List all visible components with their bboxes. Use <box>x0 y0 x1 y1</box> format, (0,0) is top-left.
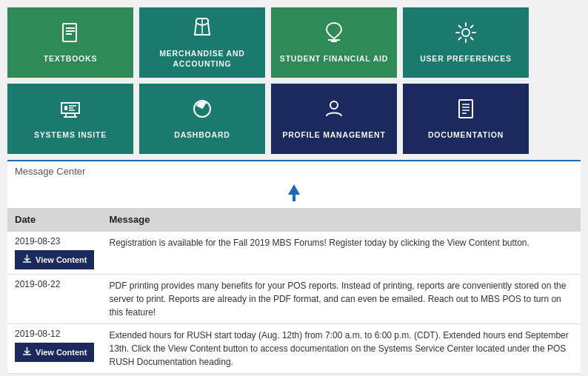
tile-user-preferences[interactable]: USER PREFERENCES <box>403 7 529 78</box>
scroll-up-arrow[interactable] <box>7 181 581 208</box>
financial-aid-label: STUDENT FINANCIAL AID <box>280 54 388 64</box>
date-cell: 2019-08-22 <box>7 274 101 323</box>
message-cell-1: Registration is available for the Fall 2… <box>101 232 581 275</box>
merchandise-icon <box>190 16 214 43</box>
view-content-label-2: View Content <box>36 348 87 357</box>
message-column-header: Message <box>101 208 581 232</box>
tiles-section: TEXTBOOKS MERCHANDISE ANDACCOUNTING <box>0 0 588 154</box>
dashboard-icon <box>190 97 214 124</box>
view-content-button-1[interactable]: View Content <box>15 250 94 269</box>
date-value: 2019-08-23 <box>15 236 94 246</box>
dashboard-label: DASHBOARD <box>174 130 230 141</box>
date-value: 2019-08-12 <box>15 329 94 339</box>
tile-dashboard[interactable]: DASHBOARD <box>139 84 265 154</box>
view-content-label-1: View Content <box>36 255 87 264</box>
systems-insite-icon <box>59 97 82 124</box>
svg-rect-14 <box>293 194 295 201</box>
tile-documentation[interactable]: DOCUMENTATION <box>403 84 529 154</box>
date-column-header: Date <box>7 208 101 232</box>
user-prefs-label: USER PREFERENCES <box>420 54 512 64</box>
profile-mgmt-icon <box>322 97 346 124</box>
table-row: 2019-08-22 PDF printing provides many be… <box>7 274 581 323</box>
tiles-row-1: TEXTBOOKS MERCHANDISE ANDACCOUNTING <box>7 7 581 78</box>
message-section: Message Center Date Message 2019-08-23 <box>7 160 581 374</box>
message-cell-2: PDF printing provides many benefits for … <box>101 274 581 323</box>
tile-profile-management[interactable]: PROFILE MANAGEMENT <box>271 84 397 154</box>
tiles-row-2: SYSTEMS INSITE DASHBOARD <box>7 84 581 154</box>
tile-systems-insite[interactable]: SYSTEMS INSITE <box>7 84 133 154</box>
tile-merchandise-accounting[interactable]: MERCHANDISE ANDACCOUNTING <box>139 7 265 78</box>
profile-mgmt-label: PROFILE MANAGEMENT <box>282 130 385 141</box>
download-icon-1 <box>22 254 32 266</box>
date-cell: 2019-08-23 View Content <box>7 232 101 275</box>
date-cell: 2019-08-12 View Content <box>7 323 101 373</box>
svg-point-5 <box>462 29 470 36</box>
app-wrapper: TEXTBOOKS MERCHANDISE ANDACCOUNTING <box>0 0 588 376</box>
tile-student-financial-aid[interactable]: STUDENT FINANCIAL AID <box>271 7 397 78</box>
message-table: Date Message 2019-08-23 <box>7 208 581 374</box>
textbooks-label: TEXTBOOKS <box>44 54 98 64</box>
table-header-row: Date Message <box>7 208 581 232</box>
table-row: 2019-08-23 View Content Registration <box>7 232 581 275</box>
systems-insite-label: SYSTEMS INSITE <box>34 130 107 141</box>
financial-aid-icon <box>322 21 346 48</box>
svg-point-7 <box>330 101 338 109</box>
table-row: 2019-08-12 View Content Extended hour <box>7 323 581 373</box>
textbooks-icon <box>59 21 82 48</box>
download-icon-2 <box>22 346 32 358</box>
svg-marker-13 <box>288 184 300 195</box>
message-cell-3: Extended hours for RUSH start today (Aug… <box>101 323 581 373</box>
documentation-label: DOCUMENTATION <box>428 130 504 141</box>
view-content-button-2[interactable]: View Content <box>15 343 94 362</box>
user-prefs-icon <box>454 21 478 48</box>
svg-rect-0 <box>63 24 76 41</box>
message-center-title: Message Center <box>7 161 581 181</box>
tile-textbooks[interactable]: TEXTBOOKS <box>7 7 133 78</box>
merchandise-label: MERCHANDISE ANDACCOUNTING <box>159 49 244 69</box>
svg-rect-8 <box>459 100 472 118</box>
documentation-icon <box>454 97 478 124</box>
